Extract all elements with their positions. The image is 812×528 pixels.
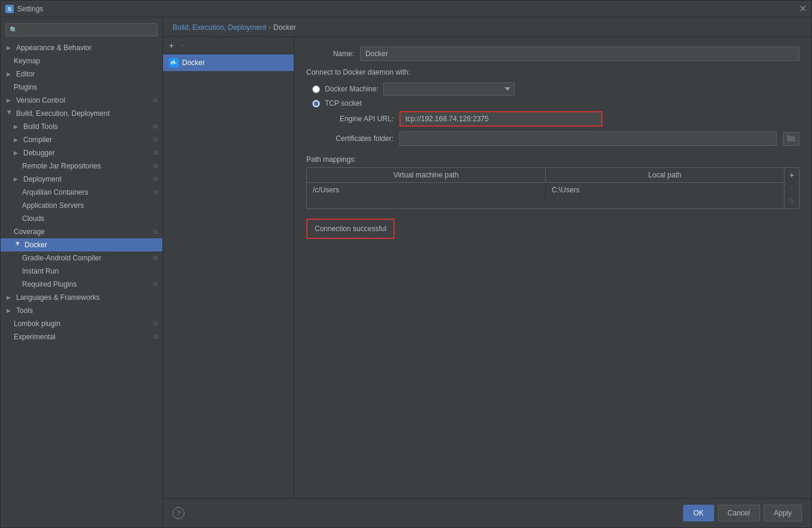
table-row[interactable]: /c/Users C:\Users — [307, 183, 784, 197]
copy-icon: ⧉ — [153, 189, 158, 196]
sidebar-item-compiler[interactable]: ▶ Compiler ⧉ — [1, 133, 162, 146]
main-panel: Build, Execution, Deployment › Docker + … — [163, 17, 811, 527]
remove-docker-button[interactable]: − — [177, 39, 187, 51]
sidebar-item-keymap[interactable]: Keymap — [1, 54, 162, 67]
sidebar-item-debugger[interactable]: ▶ Debugger ⧉ — [1, 146, 162, 159]
sidebar-label-experimental: Experimental — [14, 333, 56, 341]
sidebar-label-remote-jar: Remote Jar Repositories — [22, 162, 101, 170]
sidebar-item-coverage[interactable]: Coverage ⧉ — [1, 225, 162, 238]
sidebar-item-deployment[interactable]: ▶ Deployment ⧉ — [1, 173, 162, 186]
sidebar-label-app-servers: Application Servers — [22, 201, 84, 210]
sidebar-label-appearance: Appearance & Behavior — [16, 44, 92, 52]
sidebar-label-docker: Docker — [24, 241, 47, 249]
search-input[interactable] — [20, 26, 153, 34]
copy-icon: ⧉ — [153, 162, 158, 170]
table-header: Virtual machine path Local path — [307, 168, 784, 183]
breadcrumb-sep: › — [269, 23, 271, 32]
edit-mapping-button[interactable]: ✎ — [786, 195, 798, 207]
table-side-actions: + − ✎ — [785, 167, 799, 209]
search-box[interactable]: 🔍 — [5, 23, 158, 36]
docker-settings-panel: Name: Connect to Docker daemon with: Doc… — [294, 37, 811, 498]
tcp-socket-radio[interactable] — [312, 100, 320, 108]
add-mapping-button[interactable]: + — [786, 169, 798, 181]
docker-icon — [169, 58, 179, 67]
docker-machine-label: Docker Machine: — [325, 85, 379, 93]
ok-button[interactable]: OK — [683, 505, 713, 521]
arrow-icon: ▶ — [7, 45, 13, 51]
arrow-icon: ▶ — [14, 150, 20, 156]
browse-folder-button[interactable] — [783, 132, 799, 146]
name-row: Name: — [306, 47, 799, 61]
name-input[interactable] — [360, 47, 799, 61]
engine-api-row: Engine API URL: — [322, 111, 799, 127]
path-mappings-section: Path mappings: Virtual machine path Loca… — [306, 155, 799, 239]
svg-rect-2 — [174, 62, 175, 63]
certificates-label: Certificates folder: — [322, 134, 393, 143]
sidebar-label-debugger: Debugger — [23, 149, 55, 157]
svg-rect-3 — [173, 61, 174, 62]
sidebar-item-arquillian[interactable]: Arquillian Containers ⧉ — [1, 186, 162, 199]
sidebar-item-appearance[interactable]: ▶ Appearance & Behavior — [1, 41, 162, 54]
sidebar-item-languages[interactable]: ▶ Languages & Frameworks — [1, 291, 162, 304]
sidebar: 🔍 ▶ Appearance & Behavior Keymap ▶ Edito… — [1, 17, 163, 527]
sidebar-item-plugins[interactable]: Plugins — [1, 81, 162, 94]
copy-icon: ⧉ — [153, 97, 158, 104]
arrow-icon: ▶ — [14, 137, 20, 143]
tcp-socket-label: TCP socket — [325, 99, 362, 108]
help-button[interactable]: ? — [173, 507, 184, 519]
sidebar-item-editor[interactable]: ▶ Editor — [1, 67, 162, 81]
cancel-button[interactable]: Cancel — [718, 505, 760, 521]
apply-button[interactable]: Apply — [764, 505, 802, 521]
sidebar-item-remote-jar[interactable]: Remote Jar Repositories ⧉ — [1, 159, 162, 173]
sidebar-item-version-control[interactable]: ▶ Version Control ⧉ — [1, 94, 162, 107]
breadcrumb-current: Docker — [273, 23, 296, 32]
sidebar-item-experimental[interactable]: Experimental ⧉ — [1, 330, 162, 343]
connect-section-title: Connect to Docker daemon with: — [306, 68, 799, 76]
app-icon: S — [5, 5, 14, 13]
arrow-icon: ▶ — [14, 176, 20, 182]
path-table-container: Virtual machine path Local path /c/Users… — [306, 167, 785, 209]
copy-icon: ⧉ — [153, 176, 158, 183]
path-mappings-table-wrapper: Virtual machine path Local path /c/Users… — [306, 167, 799, 209]
content-area: 🔍 ▶ Appearance & Behavior Keymap ▶ Edito… — [1, 17, 811, 527]
certificates-input[interactable] — [399, 131, 777, 146]
copy-icon: ⧉ — [153, 254, 158, 262]
docker-machine-radio[interactable] — [312, 85, 320, 93]
add-docker-button[interactable]: + — [167, 39, 176, 51]
sidebar-item-clouds[interactable]: Clouds — [1, 212, 162, 225]
sidebar-item-build-tools[interactable]: ▶ Build Tools ⧉ — [1, 120, 162, 133]
svg-rect-1 — [173, 62, 174, 63]
arrow-icon: ▶ — [14, 124, 20, 130]
sidebar-label-instant-run: Instant Run — [22, 267, 59, 275]
svg-rect-0 — [171, 62, 172, 63]
name-label: Name: — [306, 50, 354, 58]
sidebar-label-clouds: Clouds — [22, 214, 44, 223]
sidebar-item-tools[interactable]: ▶ Tools — [1, 304, 162, 317]
engine-api-input[interactable] — [399, 111, 602, 127]
docker-machine-select[interactable] — [383, 82, 515, 96]
sidebar-item-app-servers[interactable]: Application Servers — [1, 199, 162, 212]
panel-body: + − — [163, 37, 811, 498]
sidebar-item-lombok[interactable]: Lombok plugin ⧉ — [1, 317, 162, 330]
copy-icon: ⧉ — [153, 333, 158, 340]
arrow-icon: ▶ — [7, 294, 13, 300]
sidebar-item-build-execution[interactable]: ▶ Build, Execution, Deployment — [1, 107, 162, 120]
virtual-path-cell: /c/Users — [307, 183, 546, 197]
copy-icon: ⧉ — [153, 149, 158, 156]
local-path-header: Local path — [546, 168, 784, 182]
close-button[interactable]: ✕ — [799, 4, 807, 14]
arrow-icon: ▶ — [7, 308, 13, 314]
sidebar-label-tools: Tools — [16, 306, 33, 315]
docker-list-item[interactable]: Docker — [163, 54, 294, 71]
copy-icon: ⧉ — [153, 281, 158, 288]
sidebar-item-required-plugins[interactable]: Required Plugins ⧉ — [1, 278, 162, 291]
sidebar-item-docker[interactable]: ▶ Docker — [1, 238, 162, 251]
sidebar-item-instant-run[interactable]: Instant Run — [1, 265, 162, 278]
remove-mapping-button[interactable]: − — [786, 182, 798, 194]
breadcrumb-parent[interactable]: Build, Execution, Deployment — [173, 23, 266, 32]
certificates-row: Certificates folder: — [322, 131, 799, 146]
sidebar-label-languages: Languages & Frameworks — [16, 293, 100, 302]
breadcrumb: Build, Execution, Deployment › Docker — [163, 17, 811, 37]
sidebar-item-gradle-android[interactable]: Gradle-Android Compiler ⧉ — [1, 251, 162, 265]
engine-api-label: Engine API URL: — [322, 115, 393, 123]
